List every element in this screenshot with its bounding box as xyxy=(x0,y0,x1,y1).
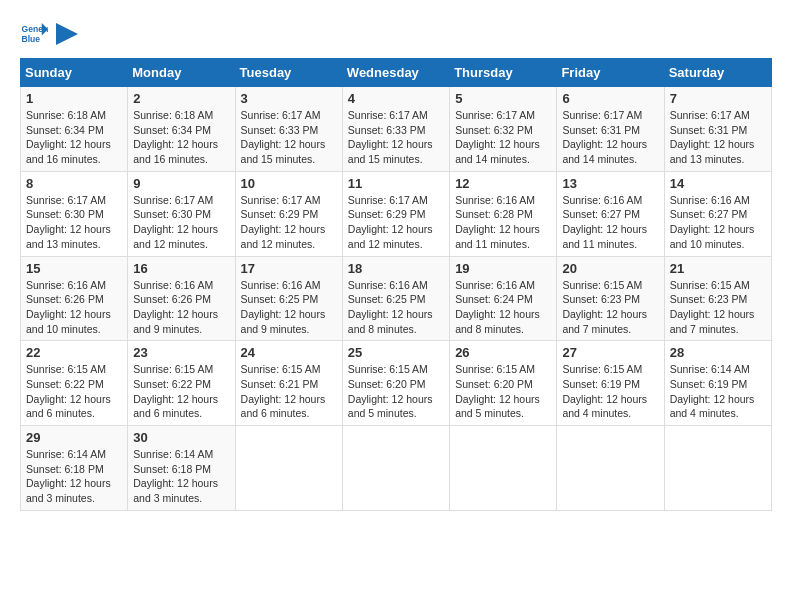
calendar-cell: 22Sunrise: 6:15 AMSunset: 6:22 PMDayligh… xyxy=(21,341,128,426)
day-info: Sunrise: 6:15 AMSunset: 6:22 PMDaylight:… xyxy=(26,362,122,421)
calendar-cell: 4Sunrise: 6:17 AMSunset: 6:33 PMDaylight… xyxy=(342,87,449,172)
calendar-cell: 27Sunrise: 6:15 AMSunset: 6:19 PMDayligh… xyxy=(557,341,664,426)
calendar-cell xyxy=(235,426,342,511)
calendar-cell: 23Sunrise: 6:15 AMSunset: 6:22 PMDayligh… xyxy=(128,341,235,426)
day-number: 8 xyxy=(26,176,122,191)
day-info: Sunrise: 6:18 AMSunset: 6:34 PMDaylight:… xyxy=(133,108,229,167)
day-info: Sunrise: 6:17 AMSunset: 6:33 PMDaylight:… xyxy=(241,108,337,167)
day-info: Sunrise: 6:15 AMSunset: 6:21 PMDaylight:… xyxy=(241,362,337,421)
day-number: 29 xyxy=(26,430,122,445)
day-number: 9 xyxy=(133,176,229,191)
day-number: 20 xyxy=(562,261,658,276)
day-number: 6 xyxy=(562,91,658,106)
calendar-week-row: 22Sunrise: 6:15 AMSunset: 6:22 PMDayligh… xyxy=(21,341,772,426)
day-number: 16 xyxy=(133,261,229,276)
day-info: Sunrise: 6:16 AMSunset: 6:27 PMDaylight:… xyxy=(670,193,766,252)
calendar-table: Sunday Monday Tuesday Wednesday Thursday… xyxy=(20,58,772,511)
day-number: 12 xyxy=(455,176,551,191)
day-info: Sunrise: 6:16 AMSunset: 6:28 PMDaylight:… xyxy=(455,193,551,252)
header-saturday: Saturday xyxy=(664,59,771,87)
day-info: Sunrise: 6:14 AMSunset: 6:18 PMDaylight:… xyxy=(133,447,229,506)
day-info: Sunrise: 6:17 AMSunset: 6:33 PMDaylight:… xyxy=(348,108,444,167)
day-info: Sunrise: 6:17 AMSunset: 6:30 PMDaylight:… xyxy=(26,193,122,252)
day-number: 28 xyxy=(670,345,766,360)
day-info: Sunrise: 6:16 AMSunset: 6:26 PMDaylight:… xyxy=(133,278,229,337)
calendar-cell: 18Sunrise: 6:16 AMSunset: 6:25 PMDayligh… xyxy=(342,256,449,341)
calendar-cell: 30Sunrise: 6:14 AMSunset: 6:18 PMDayligh… xyxy=(128,426,235,511)
calendar-cell: 20Sunrise: 6:15 AMSunset: 6:23 PMDayligh… xyxy=(557,256,664,341)
svg-text:Blue: Blue xyxy=(22,34,41,44)
logo: General Blue xyxy=(20,20,78,48)
calendar-cell: 26Sunrise: 6:15 AMSunset: 6:20 PMDayligh… xyxy=(450,341,557,426)
day-info: Sunrise: 6:15 AMSunset: 6:23 PMDaylight:… xyxy=(670,278,766,337)
day-number: 4 xyxy=(348,91,444,106)
day-info: Sunrise: 6:17 AMSunset: 6:29 PMDaylight:… xyxy=(348,193,444,252)
calendar-cell: 21Sunrise: 6:15 AMSunset: 6:23 PMDayligh… xyxy=(664,256,771,341)
calendar-cell: 2Sunrise: 6:18 AMSunset: 6:34 PMDaylight… xyxy=(128,87,235,172)
calendar-cell: 19Sunrise: 6:16 AMSunset: 6:24 PMDayligh… xyxy=(450,256,557,341)
header-monday: Monday xyxy=(128,59,235,87)
calendar-cell: 8Sunrise: 6:17 AMSunset: 6:30 PMDaylight… xyxy=(21,171,128,256)
day-info: Sunrise: 6:17 AMSunset: 6:32 PMDaylight:… xyxy=(455,108,551,167)
calendar-cell: 28Sunrise: 6:14 AMSunset: 6:19 PMDayligh… xyxy=(664,341,771,426)
day-info: Sunrise: 6:17 AMSunset: 6:30 PMDaylight:… xyxy=(133,193,229,252)
day-info: Sunrise: 6:15 AMSunset: 6:23 PMDaylight:… xyxy=(562,278,658,337)
calendar-cell: 9Sunrise: 6:17 AMSunset: 6:30 PMDaylight… xyxy=(128,171,235,256)
day-number: 18 xyxy=(348,261,444,276)
day-number: 25 xyxy=(348,345,444,360)
calendar-week-row: 29Sunrise: 6:14 AMSunset: 6:18 PMDayligh… xyxy=(21,426,772,511)
day-info: Sunrise: 6:14 AMSunset: 6:19 PMDaylight:… xyxy=(670,362,766,421)
day-info: Sunrise: 6:18 AMSunset: 6:34 PMDaylight:… xyxy=(26,108,122,167)
day-number: 13 xyxy=(562,176,658,191)
calendar-week-row: 15Sunrise: 6:16 AMSunset: 6:26 PMDayligh… xyxy=(21,256,772,341)
svg-marker-4 xyxy=(56,23,78,45)
day-number: 15 xyxy=(26,261,122,276)
day-info: Sunrise: 6:17 AMSunset: 6:31 PMDaylight:… xyxy=(670,108,766,167)
day-info: Sunrise: 6:17 AMSunset: 6:31 PMDaylight:… xyxy=(562,108,658,167)
calendar-header-row: Sunday Monday Tuesday Wednesday Thursday… xyxy=(21,59,772,87)
calendar-cell: 7Sunrise: 6:17 AMSunset: 6:31 PMDaylight… xyxy=(664,87,771,172)
header-friday: Friday xyxy=(557,59,664,87)
logo-icon: General Blue xyxy=(20,20,48,48)
calendar-cell xyxy=(664,426,771,511)
day-number: 5 xyxy=(455,91,551,106)
calendar-cell: 6Sunrise: 6:17 AMSunset: 6:31 PMDaylight… xyxy=(557,87,664,172)
calendar-cell xyxy=(342,426,449,511)
day-number: 23 xyxy=(133,345,229,360)
calendar-cell: 3Sunrise: 6:17 AMSunset: 6:33 PMDaylight… xyxy=(235,87,342,172)
day-number: 19 xyxy=(455,261,551,276)
day-info: Sunrise: 6:17 AMSunset: 6:29 PMDaylight:… xyxy=(241,193,337,252)
day-number: 27 xyxy=(562,345,658,360)
day-info: Sunrise: 6:16 AMSunset: 6:25 PMDaylight:… xyxy=(241,278,337,337)
day-info: Sunrise: 6:16 AMSunset: 6:27 PMDaylight:… xyxy=(562,193,658,252)
day-info: Sunrise: 6:15 AMSunset: 6:20 PMDaylight:… xyxy=(455,362,551,421)
calendar-cell: 11Sunrise: 6:17 AMSunset: 6:29 PMDayligh… xyxy=(342,171,449,256)
calendar-cell: 14Sunrise: 6:16 AMSunset: 6:27 PMDayligh… xyxy=(664,171,771,256)
day-number: 21 xyxy=(670,261,766,276)
calendar-week-row: 1Sunrise: 6:18 AMSunset: 6:34 PMDaylight… xyxy=(21,87,772,172)
logo-arrow-icon xyxy=(56,23,78,45)
calendar-week-row: 8Sunrise: 6:17 AMSunset: 6:30 PMDaylight… xyxy=(21,171,772,256)
day-info: Sunrise: 6:14 AMSunset: 6:18 PMDaylight:… xyxy=(26,447,122,506)
day-number: 14 xyxy=(670,176,766,191)
calendar-cell: 13Sunrise: 6:16 AMSunset: 6:27 PMDayligh… xyxy=(557,171,664,256)
calendar-cell: 29Sunrise: 6:14 AMSunset: 6:18 PMDayligh… xyxy=(21,426,128,511)
header-tuesday: Tuesday xyxy=(235,59,342,87)
calendar-cell: 10Sunrise: 6:17 AMSunset: 6:29 PMDayligh… xyxy=(235,171,342,256)
calendar-cell: 12Sunrise: 6:16 AMSunset: 6:28 PMDayligh… xyxy=(450,171,557,256)
calendar-cell: 16Sunrise: 6:16 AMSunset: 6:26 PMDayligh… xyxy=(128,256,235,341)
day-number: 30 xyxy=(133,430,229,445)
day-number: 26 xyxy=(455,345,551,360)
day-number: 11 xyxy=(348,176,444,191)
day-info: Sunrise: 6:16 AMSunset: 6:26 PMDaylight:… xyxy=(26,278,122,337)
day-info: Sunrise: 6:15 AMSunset: 6:20 PMDaylight:… xyxy=(348,362,444,421)
calendar-cell: 1Sunrise: 6:18 AMSunset: 6:34 PMDaylight… xyxy=(21,87,128,172)
day-number: 10 xyxy=(241,176,337,191)
day-number: 7 xyxy=(670,91,766,106)
calendar-cell: 24Sunrise: 6:15 AMSunset: 6:21 PMDayligh… xyxy=(235,341,342,426)
header-wednesday: Wednesday xyxy=(342,59,449,87)
day-number: 22 xyxy=(26,345,122,360)
day-info: Sunrise: 6:16 AMSunset: 6:25 PMDaylight:… xyxy=(348,278,444,337)
day-number: 24 xyxy=(241,345,337,360)
day-number: 17 xyxy=(241,261,337,276)
